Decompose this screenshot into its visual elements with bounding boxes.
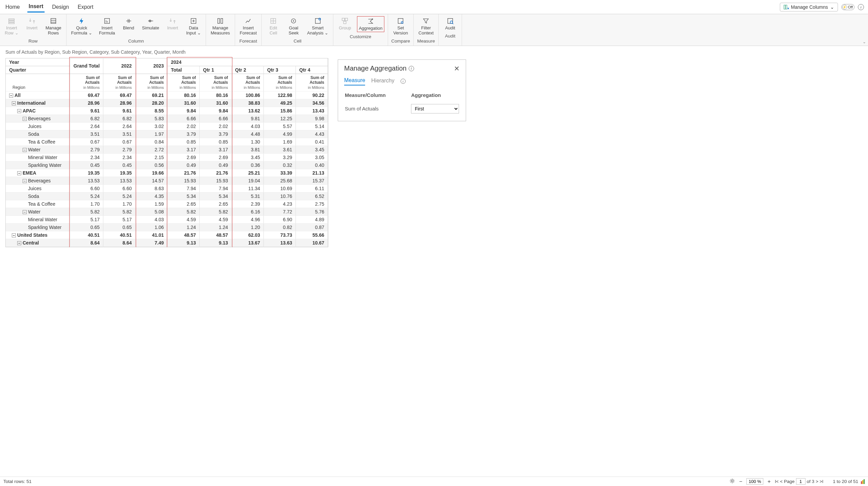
cell-value[interactable]: 38.83 <box>232 99 264 107</box>
panel-tab-measure[interactable]: Measure <box>344 77 365 85</box>
collapse-icon[interactable]: − <box>17 109 21 113</box>
cell-value[interactable]: 3.51 <box>70 130 103 138</box>
cell-value[interactable]: 8.63 <box>135 185 168 193</box>
cell-value[interactable]: 3.17 <box>200 146 232 154</box>
cell-value[interactable]: 19.35 <box>103 169 135 177</box>
cell-value[interactable]: 5.17 <box>103 216 135 224</box>
cell-value[interactable]: 5.82 <box>168 208 200 216</box>
filter-context[interactable]: Filter Context <box>417 16 435 36</box>
cell-value[interactable]: 31.60 <box>200 99 232 107</box>
year-header[interactable]: 2022 <box>103 58 135 74</box>
cell-value[interactable]: 2.64 <box>70 123 103 130</box>
cell-value[interactable]: 0.40 <box>296 161 328 169</box>
cell-value[interactable]: 73.73 <box>264 231 296 239</box>
cell-value[interactable]: 13.53 <box>103 177 135 185</box>
cell-value[interactable]: 0.65 <box>70 224 103 231</box>
cell-value[interactable]: 1.70 <box>103 200 135 208</box>
cell-value[interactable]: 10.69 <box>264 185 296 193</box>
cell-value[interactable]: 4.48 <box>232 130 264 138</box>
table-row[interactable]: −International28.9628.9628.2031.6031.603… <box>6 99 328 107</box>
cell-value[interactable]: 0.67 <box>70 138 103 146</box>
aggregation-select[interactable]: FirstLastSumAverageMinMax <box>411 104 459 113</box>
cell-value[interactable]: 3.79 <box>168 130 200 138</box>
cell-value[interactable]: 3.02 <box>135 123 168 130</box>
cell-value[interactable]: 4.03 <box>135 216 168 224</box>
cell-value[interactable]: 0.36 <box>232 161 264 169</box>
cell-value[interactable]: 15.93 <box>200 177 232 185</box>
cell-value[interactable]: 28.96 <box>103 99 135 107</box>
table-row[interactable]: Juices2.642.643.022.022.024.035.575.14 <box>6 123 328 130</box>
cell-value[interactable]: 5.82 <box>200 208 232 216</box>
quarter-header[interactable]: Qtr 4 <box>296 66 328 74</box>
cell-value[interactable]: 2.79 <box>70 146 103 154</box>
cell-value[interactable]: 0.49 <box>200 161 232 169</box>
cell-value[interactable]: 1.24 <box>168 224 200 231</box>
cell-value[interactable]: 1.06 <box>135 224 168 231</box>
cell-value[interactable]: 0.85 <box>168 138 200 146</box>
menu-tab-home[interactable]: Home <box>4 2 21 12</box>
cell-value[interactable]: 28.96 <box>70 99 103 107</box>
quarter-header[interactable]: Qtr 3 <box>264 66 296 74</box>
cell-value[interactable]: 100.86 <box>232 92 264 99</box>
insert-forecast[interactable]: Insert Forecast <box>238 16 258 36</box>
cell-value[interactable]: 10.67 <box>296 239 328 247</box>
cell-value[interactable]: 0.82 <box>264 224 296 231</box>
cell-value[interactable]: 3.51 <box>103 130 135 138</box>
year-header[interactable]: 2023 <box>135 58 168 74</box>
cell-value[interactable]: 69.47 <box>103 92 135 99</box>
cell-value[interactable]: 1.59 <box>135 200 168 208</box>
cell-value[interactable]: 80.16 <box>168 92 200 99</box>
data-grid[interactable]: YearGrand Total202220232024QuarterTotalQ… <box>5 58 328 247</box>
aggregation-button[interactable]: Aggregation <box>357 16 384 32</box>
cell-value[interactable]: 2.69 <box>200 154 232 161</box>
cell-value[interactable]: 6.52 <box>296 193 328 200</box>
cell-value[interactable]: 1.97 <box>135 130 168 138</box>
cell-value[interactable]: 5.83 <box>135 115 168 123</box>
cell-value[interactable]: 2.64 <box>103 123 135 130</box>
cell-value[interactable]: 2.34 <box>103 154 135 161</box>
cell-value[interactable]: 3.61 <box>264 146 296 154</box>
table-row[interactable]: −Water5.825.825.085.825.826.167.725.76 <box>6 208 328 216</box>
cell-value[interactable]: 9.81 <box>232 115 264 123</box>
cell-value[interactable]: 6.16 <box>232 208 264 216</box>
table-row[interactable]: −Water2.792.792.723.173.173.813.613.45 <box>6 146 328 154</box>
cell-value[interactable]: 21.76 <box>200 169 232 177</box>
cell-value[interactable]: 90.22 <box>296 92 328 99</box>
year-header-2024[interactable]: 2024 <box>168 58 328 66</box>
cell-value[interactable]: 13.53 <box>70 177 103 185</box>
manage-rows[interactable]: Manage Rows <box>44 16 63 36</box>
cell-value[interactable]: 13.62 <box>232 107 264 115</box>
ribbon-expand-icon[interactable]: ⌄ <box>863 40 866 44</box>
cell-value[interactable]: 4.35 <box>135 193 168 200</box>
cell-value[interactable]: 6.60 <box>103 185 135 193</box>
cell-value[interactable]: 12.25 <box>264 115 296 123</box>
cell-value[interactable]: 31.60 <box>168 99 200 107</box>
smart-analysis[interactable]: Smart Analysis ⌄ <box>306 16 330 36</box>
cell-value[interactable]: 0.85 <box>200 138 232 146</box>
cell-value[interactable]: 25.21 <box>232 169 264 177</box>
table-row[interactable]: −APAC9.619.618.559.849.8413.6215.8613.43 <box>6 107 328 115</box>
cell-value[interactable]: 69.47 <box>70 92 103 99</box>
table-row[interactable]: Soda5.245.244.355.345.345.3110.766.52 <box>6 193 328 200</box>
table-row[interactable]: Mineral Water2.342.342.152.692.693.453.2… <box>6 154 328 161</box>
cell-value[interactable]: 3.45 <box>296 146 328 154</box>
cell-value[interactable]: 4.23 <box>264 200 296 208</box>
cell-value[interactable]: 2.79 <box>103 146 135 154</box>
table-row[interactable]: Juices6.606.608.637.947.9411.3410.696.11 <box>6 185 328 193</box>
cell-value[interactable]: 9.98 <box>296 115 328 123</box>
table-row[interactable]: −Beverages13.5313.5314.5715.9315.9319.04… <box>6 177 328 185</box>
cell-value[interactable]: 2.72 <box>135 146 168 154</box>
goal-seek[interactable]: Goal Seek <box>285 16 302 36</box>
cell-value[interactable]: 4.43 <box>296 130 328 138</box>
table-row[interactable]: −Beverages6.826.825.836.666.669.8112.259… <box>6 115 328 123</box>
table-row[interactable]: Tea & Coffee1.701.701.592.652.652.394.23… <box>6 200 328 208</box>
menu-tab-export[interactable]: Export <box>76 2 95 12</box>
data-input[interactable]: Data Input ⌄ <box>185 16 202 36</box>
cell-value[interactable]: 122.98 <box>264 92 296 99</box>
collapse-icon[interactable]: − <box>23 210 27 214</box>
cell-value[interactable]: 6.66 <box>168 115 200 123</box>
cell-value[interactable]: 33.39 <box>264 169 296 177</box>
cell-value[interactable]: 0.41 <box>296 138 328 146</box>
cell-value[interactable]: 40.51 <box>103 231 135 239</box>
cell-value[interactable]: 1.20 <box>232 224 264 231</box>
